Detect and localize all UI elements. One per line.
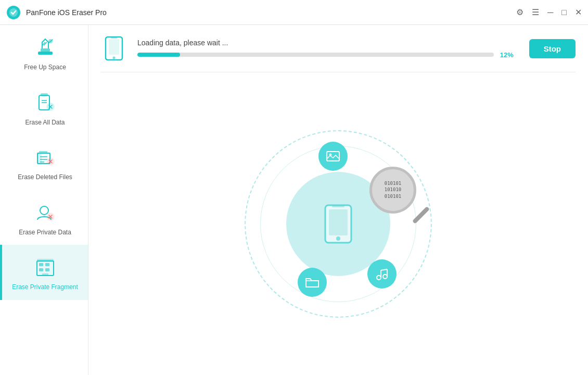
orbit-folder-icon [298, 268, 327, 297]
svg-point-46 [383, 274, 387, 279]
progress-bar-fill [137, 53, 180, 57]
menu-icon[interactable]: ☰ [532, 7, 539, 17]
content-area: Loading data, please wait ... 12% Stop [88, 25, 588, 375]
svg-rect-8 [41, 93, 48, 96]
progress-info: Loading data, please wait ... 12% [137, 39, 519, 59]
orbit-music-icon [367, 259, 397, 289]
svg-rect-42 [332, 206, 344, 207]
title-bar: PanFone iOS Eraser Pro ⚙ ☰ ─ □ ✕ [0, 0, 588, 25]
svg-rect-3 [41, 48, 50, 52]
app-logo [6, 5, 21, 20]
svg-rect-38 [111, 38, 117, 39]
erase-private-data-icon [33, 201, 57, 224]
erase-all-data-label: Erase All Data [25, 119, 65, 127]
svg-point-24 [40, 206, 48, 215]
sidebar-item-erase-private-data[interactable]: Erase Private Data [0, 190, 88, 245]
close-icon[interactable]: ✕ [575, 7, 582, 17]
erase-deleted-files-icon [33, 145, 57, 169]
sidebar: Free Up Space Erase All Data [0, 25, 88, 375]
svg-rect-40 [329, 209, 348, 235]
svg-point-45 [377, 276, 381, 280]
sidebar-item-erase-private-fragment[interactable]: Erase Private Fragment [0, 245, 88, 300]
magnifier-wrap: 010101 101010 010101 [359, 156, 427, 224]
erase-private-data-label: Erase Private Data [19, 229, 71, 237]
free-up-space-icon [33, 35, 57, 59]
window-controls: ⚙ ☰ ─ □ ✕ [516, 7, 582, 17]
device-icon [101, 35, 127, 61]
settings-icon[interactable]: ⚙ [516, 7, 523, 17]
svg-point-41 [336, 236, 340, 241]
stop-button[interactable]: Stop [529, 39, 576, 58]
progress-section: Loading data, please wait ... 12% Stop [101, 35, 576, 72]
progress-status-text: Loading data, please wait ... [137, 39, 519, 47]
magnifier-glass: 010101 101010 010101 [369, 167, 416, 214]
sidebar-item-erase-deleted-files[interactable]: Erase Deleted Files [0, 135, 88, 190]
scan-diagram: 010101 101010 010101 [245, 130, 432, 318]
svg-rect-31 [39, 268, 43, 271]
main-layout: Free Up Space Erase All Data [0, 25, 588, 375]
app-title: PanFone iOS Eraser Pro [26, 8, 516, 17]
svg-point-37 [113, 57, 116, 59]
progress-percent-label: 12% [500, 51, 519, 59]
erase-private-fragment-label: Erase Private Fragment [12, 283, 78, 292]
svg-rect-34 [37, 259, 54, 262]
svg-rect-30 [45, 263, 49, 266]
free-up-space-label: Free Up Space [24, 64, 66, 72]
erase-all-data-icon [33, 91, 57, 115]
sidebar-item-free-up-space[interactable]: Free Up Space [0, 25, 88, 80]
svg-line-49 [381, 269, 387, 270]
maximize-icon[interactable]: □ [561, 8, 567, 17]
progress-bar-wrap: 12% [137, 51, 519, 59]
magnifier-binary-text: 010101 101010 010101 [385, 180, 402, 200]
svg-rect-17 [39, 151, 47, 154]
svg-rect-43 [327, 152, 339, 161]
scan-animation-area: 010101 101010 010101 [101, 83, 576, 365]
svg-rect-29 [39, 263, 43, 266]
orbit-photo-icon [318, 142, 348, 171]
progress-bar-background [137, 53, 494, 57]
sidebar-item-erase-all-data[interactable]: Erase All Data [0, 80, 88, 135]
svg-rect-36 [109, 39, 119, 55]
svg-rect-2 [38, 52, 53, 55]
erase-deleted-files-label: Erase Deleted Files [18, 173, 72, 182]
erase-private-fragment-icon [33, 255, 57, 279]
svg-rect-33 [42, 273, 48, 276]
minimize-icon[interactable]: ─ [547, 8, 553, 17]
svg-rect-32 [45, 268, 49, 271]
